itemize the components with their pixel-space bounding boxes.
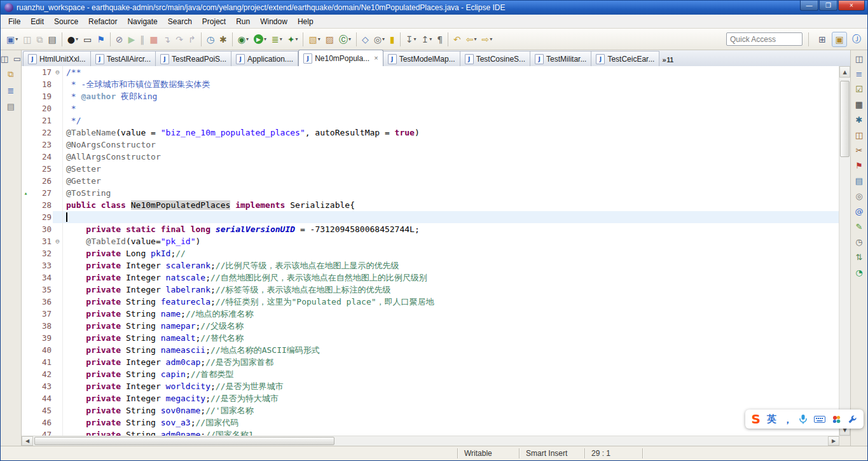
editor-tab-ne10mpopula[interactable]: JNe10mPopula...× — [298, 50, 383, 66]
line-number[interactable]: 42 — [30, 368, 53, 380]
line-number[interactable]: 34 — [30, 272, 53, 284]
code-line-38[interactable]: 38 private String namepar;//父级名称 — [22, 320, 839, 332]
horizontal-scroll-thumb[interactable] — [34, 437, 334, 445]
code-text[interactable]: @Getter — [63, 175, 839, 187]
line-number[interactable]: 18 — [30, 78, 53, 90]
code-text[interactable]: @TableId(value="pk_id") — [63, 235, 839, 247]
line-number[interactable]: 21 — [30, 114, 53, 127]
java-perspective-button[interactable]: Ⓙ — [849, 32, 864, 47]
line-number[interactable]: 23 — [30, 139, 53, 151]
code-text[interactable]: @TableName(value = "biz_ne_10m_populated… — [63, 127, 839, 139]
code-text[interactable]: @Setter — [63, 163, 839, 175]
dropdown-arrow-icon[interactable]: ▾ — [264, 36, 266, 42]
fold-collapse-icon[interactable]: ⊖ — [53, 66, 63, 78]
code-line-31[interactable]: 31⊖ @TableId(value="pk_id") — [22, 235, 839, 247]
minimize-button[interactable]: — — [800, 1, 818, 11]
code-text[interactable]: @NoArgsConstructor — [63, 139, 839, 151]
new-java-package-button[interactable]: ▨ — [323, 32, 336, 47]
line-number[interactable]: 20 — [30, 102, 53, 114]
sogou-logo-icon[interactable]: S — [752, 413, 761, 425]
line-number[interactable]: 24 — [30, 151, 53, 163]
code-line-28[interactable]: 28public class Ne10mPopulatedPlaces impl… — [22, 199, 839, 211]
code-text[interactable]: private Integer adm0cap;//是否为国家首都 — [63, 356, 839, 368]
code-line-41[interactable]: 41 private Integer adm0cap;//是否为国家首都 — [22, 356, 839, 368]
dropdown-arrow-icon[interactable]: ▾ — [76, 36, 78, 42]
menu-help[interactable]: Help — [293, 16, 319, 27]
open-terminal-button[interactable]: ▭ — [81, 32, 94, 47]
code-line-40[interactable]: 40 private String nameascii;//地点名称的ASCII… — [22, 344, 839, 356]
minimized-outline-view-icon[interactable]: ≡ — [853, 68, 865, 79]
code-text[interactable]: private Integer megacity;//是否为特大城市 — [63, 392, 839, 404]
code-line-46[interactable]: 46 private String sov_a3;//国家代码 — [22, 416, 839, 429]
skin-pinwheel-icon[interactable] — [832, 415, 841, 424]
code-text[interactable]: /** — [63, 66, 839, 78]
new-java-class-button[interactable]: Ⓒ▾ — [336, 32, 354, 47]
minimized-task-list-icon[interactable]: ☑ — [853, 83, 865, 95]
code-line-47[interactable]: 47 private String adm0name;//国家名称1 — [22, 429, 839, 436]
code-text[interactable]: * @author 夜郎king — [63, 90, 839, 102]
code-text[interactable]: private Long pkId;// — [63, 247, 839, 259]
editor-tab-application[interactable]: JApplication.... — [231, 51, 298, 66]
line-number[interactable]: 38 — [30, 320, 53, 332]
open-type-button[interactable]: ◇ — [359, 32, 371, 47]
code-line-20[interactable]: 20 * — [22, 102, 839, 114]
code-text[interactable]: private String namealt;//替代名称 — [63, 332, 839, 344]
code-line-22[interactable]: 22@TableName(value = "biz_ne_10m_populat… — [22, 127, 839, 139]
editor-tab-testmilitar[interactable]: JTestMilitar... — [530, 51, 591, 66]
new-wizard-button[interactable]: ▣▾ — [4, 32, 20, 47]
code-line-24[interactable]: 24@AllArgsConstructor — [22, 151, 839, 163]
line-number[interactable]: 27 — [30, 187, 53, 199]
minimized-markers-view-icon[interactable]: ⚑ — [853, 160, 865, 171]
tab-overflow-indicator[interactable]: » 11 — [662, 56, 673, 64]
dropdown-arrow-icon[interactable]: ▾ — [348, 36, 351, 42]
debug-button[interactable]: ◉▾ — [235, 32, 251, 47]
virtual-keyboard-icon[interactable] — [814, 415, 825, 423]
code-text[interactable]: public class Ne10mPopulatedPlaces implem… — [63, 199, 839, 211]
line-number[interactable]: 28 — [30, 199, 53, 211]
vertical-scroll-thumb[interactable] — [840, 81, 850, 157]
forward-history-button[interactable]: ⇨▾ — [479, 32, 495, 47]
dropdown-arrow-icon[interactable]: ▾ — [474, 36, 477, 42]
editor-tab-testallaircr[interactable]: JTestAllAircr... — [91, 51, 156, 66]
editor-tab-testmodelmap[interactable]: JTestModelMap... — [383, 51, 460, 66]
editor-tab-testreadpois[interactable]: JTestReadPoiS... — [156, 51, 231, 66]
menu-window[interactable]: Window — [255, 16, 293, 27]
code-line-23[interactable]: 23@NoArgsConstructor — [22, 139, 839, 151]
line-number[interactable]: 29 — [30, 211, 53, 223]
line-number[interactable]: 44 — [30, 392, 53, 404]
line-number[interactable]: 41 — [30, 356, 53, 368]
build-all-button[interactable]: ✱ — [217, 32, 230, 47]
line-number[interactable]: 47 — [30, 429, 53, 436]
dropdown-arrow-icon[interactable]: ▾ — [295, 36, 298, 42]
editor-tab-htmlunitxxl[interactable]: JHtmlUnitXxl... — [23, 51, 91, 66]
horizontal-scroll-track[interactable] — [33, 436, 828, 446]
menu-edit[interactable]: Edit — [25, 16, 49, 27]
navigator-icon[interactable]: ▤ — [5, 100, 17, 112]
code-text[interactable] — [63, 211, 839, 223]
dropdown-arrow-icon[interactable]: ▾ — [246, 36, 249, 42]
run-button[interactable]: ▶▾ — [251, 32, 269, 47]
dropdown-arrow-icon[interactable]: ▾ — [15, 36, 18, 42]
minimized-servers-view-icon[interactable]: ✱ — [853, 114, 865, 125]
open-perspective-button[interactable]: ⊞ — [815, 32, 830, 47]
minimized-declaration-view-icon[interactable]: ✎ — [853, 221, 865, 232]
code-line-44[interactable]: 44 private Integer megacity;//是否为特大城市 — [22, 392, 839, 404]
code-line-43[interactable]: 43 private Integer worldcity;//是否为世界城市 — [22, 380, 839, 392]
code-line-35[interactable]: 35 private Integer labelrank;//标签等级，表示该地… — [22, 284, 839, 296]
dropdown-arrow-icon[interactable]: ▾ — [318, 36, 320, 42]
java-ee-perspective-button[interactable]: ▣ — [832, 32, 847, 47]
code-text[interactable]: private static final long serialVersionU… — [63, 223, 839, 235]
code-text[interactable]: private Integer scalerank;//比例尺等级，表示该地点在… — [63, 259, 839, 272]
line-number[interactable]: 17 — [30, 66, 53, 78]
minimized-progress-view-icon[interactable]: ◔ — [853, 266, 865, 278]
dropdown-arrow-icon[interactable]: ▾ — [382, 36, 385, 42]
menu-file[interactable]: File — [3, 16, 25, 27]
code-text[interactable]: @AllArgsConstructor — [63, 151, 839, 163]
code-editor[interactable]: 17⊖/**18 * -全球城市和市镇位置数据集实体类19 * @author … — [22, 66, 839, 436]
code-line-45[interactable]: 45 private String sov0name;//'国家名称 — [22, 404, 839, 416]
line-number[interactable]: 40 — [30, 344, 53, 356]
line-number[interactable]: 32 — [30, 247, 53, 259]
code-line-33[interactable]: 33 private Integer scalerank;//比例尺等级，表示该… — [22, 259, 839, 272]
line-number[interactable]: 35 — [30, 284, 53, 296]
code-line-37[interactable]: 37 private String name;//地点的标准名称 — [22, 308, 839, 320]
